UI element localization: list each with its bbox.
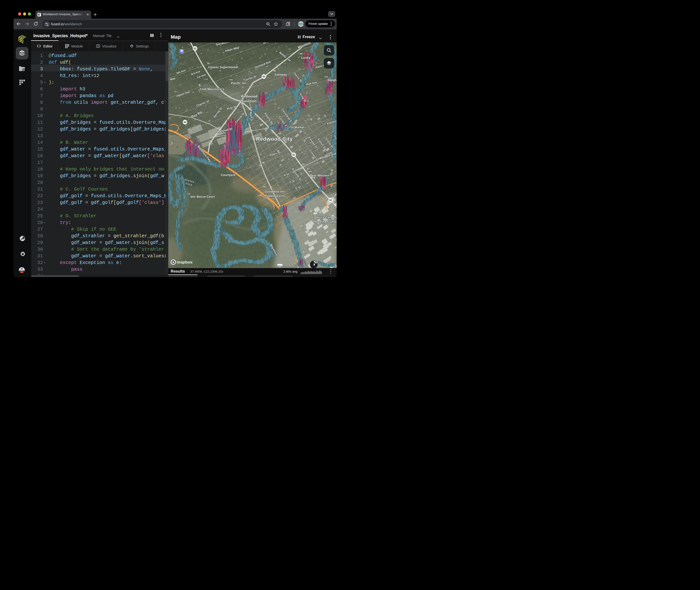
svg-text:Pacific Inn: Pacific Inn [231, 82, 246, 85]
svg-text:Best Western: Best Western [310, 174, 329, 177]
svg-text:Dwight's Hor: Dwight's Hor [328, 79, 337, 82]
svg-text:82: 82 [292, 153, 295, 156]
svg-text:Junction: Junction [241, 99, 256, 103]
svg-text:Tr: Tr [333, 212, 336, 216]
svg-text:82: 82 [329, 199, 332, 201]
svg-text:blic Bocce Court: blic Bocce Court [191, 195, 215, 198]
svg-text:Redwood City: Redwood City [265, 194, 285, 198]
svg-text:Devil's Canyon: Devil's Canyon [315, 216, 336, 219]
svg-text:Club Mazzocco's: Club Mazzocco's [200, 88, 224, 91]
svg-text:84: 84 [184, 121, 187, 123]
svg-text:Chavez Supermarket: Chavez Supermarket [208, 66, 238, 69]
svg-text:Brewing Company: Brewing Company [315, 220, 337, 223]
svg-text:82: 82 [194, 47, 197, 50]
svg-text:84: 84 [262, 75, 265, 78]
svg-text:Lucky: Lucky [301, 56, 311, 60]
svg-text:mapbox: mapbox [177, 260, 193, 265]
svg-text:Good Nite Inn: Good Nite Inn [265, 190, 285, 193]
svg-text:Redwood City: Redwood City [256, 136, 293, 142]
svg-text:Courtyard: Courtyard [221, 173, 235, 177]
svg-text:Safeway: Safeway [274, 73, 287, 76]
svg-text:Redwood: Redwood [241, 94, 257, 98]
svg-text:101: 101 [278, 265, 282, 267]
